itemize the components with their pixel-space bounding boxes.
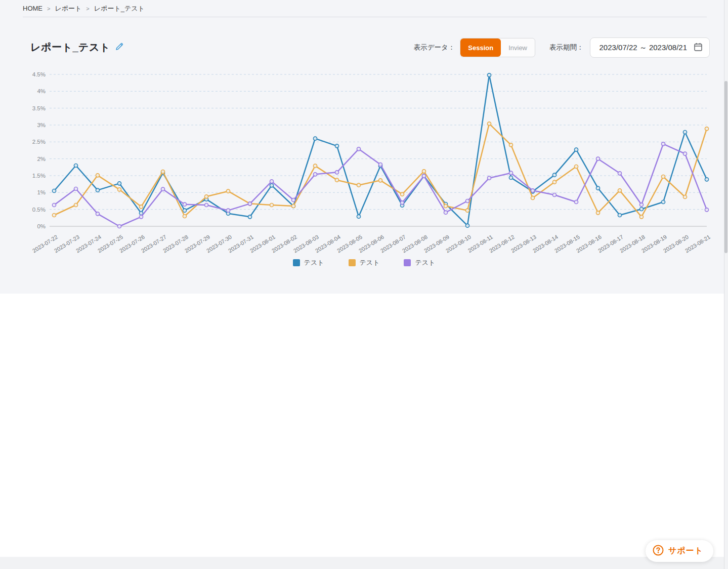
report-page: HOME > レポート > レポート_テスト レポート_テスト 表示データ： S… <box>0 0 728 569</box>
toggle-inview[interactable]: Inview <box>501 38 535 57</box>
data-point <box>596 211 600 215</box>
y-axis-tick-label: 0.5% <box>32 207 46 213</box>
data-point <box>444 211 448 214</box>
data-point <box>379 179 382 182</box>
legend-label: テスト <box>304 258 324 267</box>
y-axis-tick-label: 1.5% <box>32 173 46 179</box>
data-point <box>161 170 165 173</box>
data-point <box>640 215 644 219</box>
y-axis-tick-label: 2% <box>37 156 46 162</box>
data-point <box>466 199 469 202</box>
data-point <box>705 208 709 212</box>
data-point <box>618 172 622 175</box>
data-point <box>335 144 339 148</box>
question-circle-icon <box>653 545 664 558</box>
data-point <box>683 152 687 155</box>
data-point <box>444 204 448 208</box>
data-point <box>662 175 665 178</box>
data-point <box>314 137 317 140</box>
y-axis-tick-label: 4% <box>37 88 46 94</box>
data-point <box>205 195 208 198</box>
data-point <box>618 213 622 217</box>
data-point <box>683 130 687 134</box>
data-point <box>683 195 687 198</box>
data-point <box>357 215 361 218</box>
data-point <box>74 203 78 207</box>
data-point <box>553 173 556 177</box>
data-point <box>227 209 230 212</box>
vertical-scrollbar <box>724 0 728 569</box>
data-point <box>335 171 339 174</box>
data-point <box>662 200 665 204</box>
data-point <box>357 147 361 151</box>
header-divider <box>23 17 707 17</box>
data-point <box>140 205 143 209</box>
data-point <box>422 170 426 173</box>
data-point <box>488 122 491 126</box>
data-point <box>248 202 252 206</box>
data-point <box>466 224 469 227</box>
y-axis-tick-label: 2.5% <box>32 139 46 145</box>
breadcrumb-report[interactable]: レポート <box>55 4 81 13</box>
data-point <box>227 189 230 193</box>
chart-legend: テストテストテスト <box>0 258 728 267</box>
date-range-picker[interactable]: 2023/07/22 ～ 2023/08/21 <box>590 37 710 58</box>
scrollbar-thumb[interactable] <box>724 81 727 253</box>
breadcrumb-separator-icon: > <box>86 6 89 12</box>
data-point <box>270 180 274 183</box>
chart-controls: 表示データ： Session Inview 表示期間： 2023/07/22 ～… <box>414 37 710 58</box>
data-point <box>575 148 578 151</box>
data-point <box>553 180 556 184</box>
y-axis-tick-label: 0% <box>37 223 46 229</box>
data-point <box>422 174 426 178</box>
data-point <box>161 187 165 191</box>
edit-pencil-icon[interactable] <box>114 42 124 54</box>
support-button[interactable]: サポート <box>646 540 713 562</box>
chart-section: HOME > レポート > レポート_テスト レポート_テスト 表示データ： S… <box>0 0 728 294</box>
legend-label: テスト <box>360 258 380 267</box>
data-point <box>183 214 187 218</box>
data-point <box>96 212 100 216</box>
data-point <box>118 225 121 228</box>
data-point <box>705 178 709 181</box>
data-point <box>509 171 513 175</box>
data-point <box>662 142 665 146</box>
data-point <box>96 188 100 192</box>
data-point <box>488 176 491 180</box>
support-button-label: サポート <box>668 546 703 556</box>
data-point <box>553 193 556 196</box>
data-point <box>205 203 208 207</box>
data-point <box>335 178 339 182</box>
data-point <box>575 165 578 168</box>
period-label: 表示期間： <box>549 43 584 52</box>
data-point <box>705 127 709 131</box>
data-point <box>270 203 274 207</box>
toggle-session[interactable]: Session <box>460 38 501 57</box>
data-point <box>140 215 143 219</box>
data-point <box>596 157 600 160</box>
date-range-value: 2023/07/22 ～ 2023/08/21 <box>599 43 687 53</box>
legend-item[interactable]: テスト <box>293 258 324 267</box>
data-point <box>292 204 295 208</box>
data-point <box>531 196 535 199</box>
table-section: 現在のCVR定義＝CV数 ÷ Session数 並び替え CSV出力 指標の新規… <box>0 294 728 557</box>
data-point <box>118 188 121 191</box>
data-point <box>509 176 513 179</box>
breadcrumb-home[interactable]: HOME <box>23 5 42 12</box>
data-point <box>53 189 56 192</box>
data-point <box>640 207 644 211</box>
data-point <box>183 202 187 206</box>
data-point <box>531 189 535 192</box>
series-line-2 <box>53 142 709 228</box>
legend-item[interactable]: テスト <box>404 258 435 267</box>
data-point <box>596 186 600 190</box>
legend-item[interactable]: テスト <box>349 258 380 267</box>
data-point <box>466 209 469 212</box>
data-point <box>248 215 252 219</box>
data-point <box>314 173 317 176</box>
breadcrumb: HOME > レポート > レポート_テスト <box>23 0 145 17</box>
y-axis-tick-label: 3.5% <box>32 105 46 111</box>
data-point <box>618 189 622 192</box>
data-point <box>575 200 578 204</box>
breadcrumb-separator-icon: > <box>47 6 50 12</box>
